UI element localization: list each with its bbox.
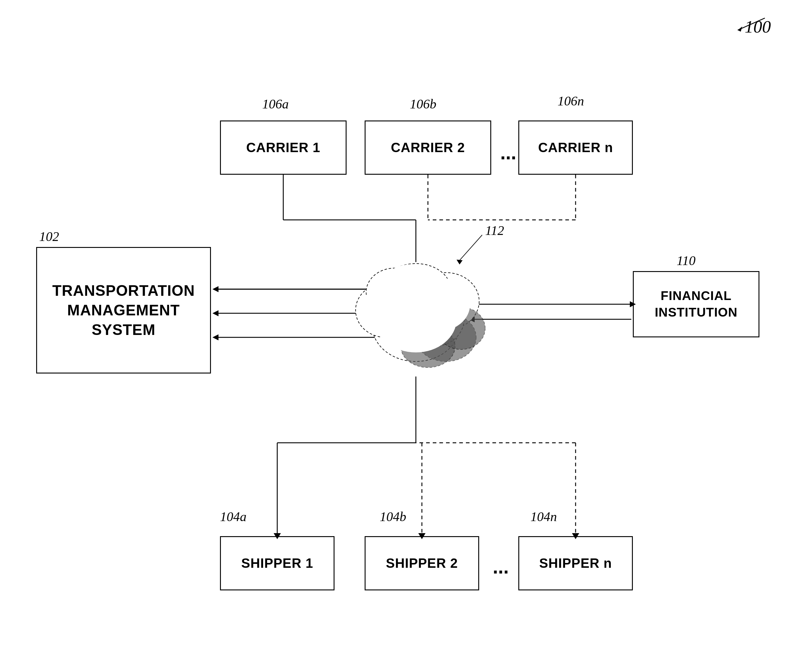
svg-point-33: [381, 263, 450, 315]
carrier2-label: CARRIER 2: [391, 140, 465, 155]
carrier1-box: CARRIER 1: [220, 120, 347, 175]
carriern-label: CARRIER n: [538, 140, 613, 155]
ref-carrier2: 106b: [410, 96, 436, 112]
svg-point-39: [375, 286, 457, 353]
svg-marker-11: [212, 286, 219, 292]
diagram-container: 100 CARRIER 1 106a CARRIER 2 106b CARRIE…: [0, 0, 801, 672]
carrier-ellipsis: ...: [500, 141, 516, 164]
svg-line-43: [458, 235, 482, 262]
shipper2-box: SHIPPER 2: [365, 536, 479, 590]
financial-box: FINANCIAL INSTITUTION: [633, 271, 759, 337]
svg-point-30: [372, 289, 460, 361]
svg-marker-16: [212, 334, 219, 340]
svg-point-38: [437, 307, 485, 350]
ref-carriern: 106n: [558, 93, 584, 109]
ref-cloud: 112: [485, 223, 504, 238]
svg-point-40: [363, 282, 420, 332]
svg-point-32: [413, 273, 479, 330]
svg-marker-1: [738, 27, 742, 32]
shipper2-label: SHIPPER 2: [386, 556, 458, 571]
ref-carrier1: 106a: [262, 96, 289, 112]
svg-point-35: [404, 292, 464, 346]
carriern-box: CARRIER n: [518, 120, 633, 175]
svg-marker-44: [457, 260, 463, 265]
tms-label: TRANSPORTATION MANAGEMENT SYSTEM: [52, 281, 195, 340]
svg-point-41: [410, 278, 470, 331]
svg-point-42: [380, 264, 446, 311]
shipper1-label: SHIPPER 1: [241, 556, 314, 571]
cloud-shape: [355, 263, 485, 367]
ref-financial: 110: [677, 253, 695, 268]
svg-point-31: [355, 283, 416, 337]
ref-100-arrow: [725, 12, 774, 36]
svg-point-37: [401, 325, 455, 367]
svg-marker-20: [469, 316, 474, 322]
ref-shipper1: 104a: [220, 509, 246, 524]
svg-point-36: [416, 313, 476, 361]
svg-line-0: [738, 18, 765, 30]
carrier2-box: CARRIER 2: [365, 120, 491, 175]
tms-box: TRANSPORTATION MANAGEMENT SYSTEM: [36, 247, 211, 374]
ref-shipper2: 104b: [380, 509, 406, 524]
carrier1-label: CARRIER 1: [246, 140, 320, 155]
financial-label: FINANCIAL INSTITUTION: [655, 288, 738, 321]
shipper1-box: SHIPPER 1: [220, 536, 335, 590]
shippern-label: SHIPPER n: [539, 556, 612, 571]
ref-tms: 102: [39, 229, 59, 244]
shippern-box: SHIPPER n: [518, 536, 633, 590]
ref-shippern: 104n: [531, 509, 557, 524]
shipper-ellipsis: ...: [493, 556, 509, 578]
svg-marker-14: [212, 310, 219, 316]
svg-point-34: [366, 268, 423, 316]
